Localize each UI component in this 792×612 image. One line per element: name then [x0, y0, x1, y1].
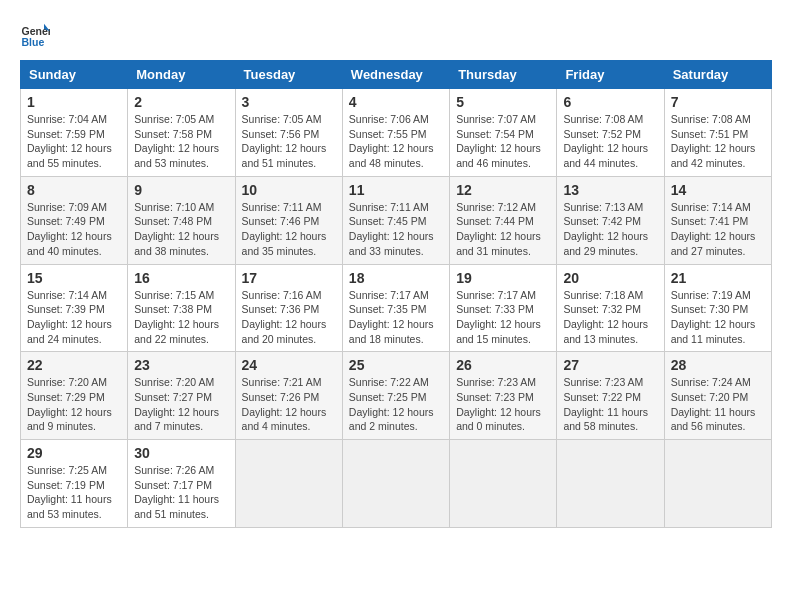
calendar-cell: 21 Sunrise: 7:19 AMSunset: 7:30 PMDaylig…	[664, 264, 771, 352]
calendar-cell: 7 Sunrise: 7:08 AMSunset: 7:51 PMDayligh…	[664, 89, 771, 177]
day-detail: Sunrise: 7:16 AMSunset: 7:36 PMDaylight:…	[242, 289, 327, 345]
day-detail: Sunrise: 7:26 AMSunset: 7:17 PMDaylight:…	[134, 464, 219, 520]
day-number: 6	[563, 94, 657, 110]
day-detail: Sunrise: 7:15 AMSunset: 7:38 PMDaylight:…	[134, 289, 219, 345]
day-number: 26	[456, 357, 550, 373]
calendar-cell: 12 Sunrise: 7:12 AMSunset: 7:44 PMDaylig…	[450, 176, 557, 264]
day-number: 21	[671, 270, 765, 286]
column-header-saturday: Saturday	[664, 61, 771, 89]
calendar-cell: 29 Sunrise: 7:25 AMSunset: 7:19 PMDaylig…	[21, 440, 128, 528]
calendar-cell: 30 Sunrise: 7:26 AMSunset: 7:17 PMDaylig…	[128, 440, 235, 528]
calendar-header-row: SundayMondayTuesdayWednesdayThursdayFrid…	[21, 61, 772, 89]
day-detail: Sunrise: 7:21 AMSunset: 7:26 PMDaylight:…	[242, 376, 327, 432]
calendar-cell: 18 Sunrise: 7:17 AMSunset: 7:35 PMDaylig…	[342, 264, 449, 352]
calendar-cell: 8 Sunrise: 7:09 AMSunset: 7:49 PMDayligh…	[21, 176, 128, 264]
day-detail: Sunrise: 7:19 AMSunset: 7:30 PMDaylight:…	[671, 289, 756, 345]
day-number: 20	[563, 270, 657, 286]
day-number: 27	[563, 357, 657, 373]
calendar-cell: 20 Sunrise: 7:18 AMSunset: 7:32 PMDaylig…	[557, 264, 664, 352]
day-detail: Sunrise: 7:17 AMSunset: 7:33 PMDaylight:…	[456, 289, 541, 345]
day-number: 11	[349, 182, 443, 198]
logo: General Blue	[20, 20, 50, 50]
day-detail: Sunrise: 7:13 AMSunset: 7:42 PMDaylight:…	[563, 201, 648, 257]
day-detail: Sunrise: 7:25 AMSunset: 7:19 PMDaylight:…	[27, 464, 112, 520]
day-detail: Sunrise: 7:04 AMSunset: 7:59 PMDaylight:…	[27, 113, 112, 169]
day-detail: Sunrise: 7:05 AMSunset: 7:56 PMDaylight:…	[242, 113, 327, 169]
day-detail: Sunrise: 7:23 AMSunset: 7:22 PMDaylight:…	[563, 376, 648, 432]
calendar-week-3: 15 Sunrise: 7:14 AMSunset: 7:39 PMDaylig…	[21, 264, 772, 352]
column-header-wednesday: Wednesday	[342, 61, 449, 89]
day-number: 23	[134, 357, 228, 373]
column-header-monday: Monday	[128, 61, 235, 89]
logo-icon: General Blue	[20, 20, 50, 50]
calendar-cell	[342, 440, 449, 528]
day-detail: Sunrise: 7:11 AMSunset: 7:45 PMDaylight:…	[349, 201, 434, 257]
calendar-cell: 19 Sunrise: 7:17 AMSunset: 7:33 PMDaylig…	[450, 264, 557, 352]
calendar-week-1: 1 Sunrise: 7:04 AMSunset: 7:59 PMDayligh…	[21, 89, 772, 177]
calendar-week-2: 8 Sunrise: 7:09 AMSunset: 7:49 PMDayligh…	[21, 176, 772, 264]
day-detail: Sunrise: 7:09 AMSunset: 7:49 PMDaylight:…	[27, 201, 112, 257]
day-detail: Sunrise: 7:05 AMSunset: 7:58 PMDaylight:…	[134, 113, 219, 169]
calendar-cell: 4 Sunrise: 7:06 AMSunset: 7:55 PMDayligh…	[342, 89, 449, 177]
day-detail: Sunrise: 7:14 AMSunset: 7:39 PMDaylight:…	[27, 289, 112, 345]
calendar-cell	[557, 440, 664, 528]
day-detail: Sunrise: 7:11 AMSunset: 7:46 PMDaylight:…	[242, 201, 327, 257]
svg-text:Blue: Blue	[22, 36, 45, 48]
calendar-cell: 10 Sunrise: 7:11 AMSunset: 7:46 PMDaylig…	[235, 176, 342, 264]
day-number: 9	[134, 182, 228, 198]
calendar-week-5: 29 Sunrise: 7:25 AMSunset: 7:19 PMDaylig…	[21, 440, 772, 528]
calendar-cell	[235, 440, 342, 528]
calendar-cell: 24 Sunrise: 7:21 AMSunset: 7:26 PMDaylig…	[235, 352, 342, 440]
day-number: 25	[349, 357, 443, 373]
day-number: 1	[27, 94, 121, 110]
day-number: 15	[27, 270, 121, 286]
calendar-cell: 15 Sunrise: 7:14 AMSunset: 7:39 PMDaylig…	[21, 264, 128, 352]
day-detail: Sunrise: 7:06 AMSunset: 7:55 PMDaylight:…	[349, 113, 434, 169]
day-detail: Sunrise: 7:23 AMSunset: 7:23 PMDaylight:…	[456, 376, 541, 432]
day-number: 13	[563, 182, 657, 198]
calendar-cell: 5 Sunrise: 7:07 AMSunset: 7:54 PMDayligh…	[450, 89, 557, 177]
day-number: 10	[242, 182, 336, 198]
calendar-cell	[664, 440, 771, 528]
day-number: 22	[27, 357, 121, 373]
calendar-cell: 3 Sunrise: 7:05 AMSunset: 7:56 PMDayligh…	[235, 89, 342, 177]
day-number: 29	[27, 445, 121, 461]
day-detail: Sunrise: 7:10 AMSunset: 7:48 PMDaylight:…	[134, 201, 219, 257]
day-detail: Sunrise: 7:18 AMSunset: 7:32 PMDaylight:…	[563, 289, 648, 345]
day-number: 17	[242, 270, 336, 286]
day-detail: Sunrise: 7:12 AMSunset: 7:44 PMDaylight:…	[456, 201, 541, 257]
day-number: 19	[456, 270, 550, 286]
calendar-week-4: 22 Sunrise: 7:20 AMSunset: 7:29 PMDaylig…	[21, 352, 772, 440]
column-header-thursday: Thursday	[450, 61, 557, 89]
day-number: 4	[349, 94, 443, 110]
calendar-cell: 25 Sunrise: 7:22 AMSunset: 7:25 PMDaylig…	[342, 352, 449, 440]
calendar-body: 1 Sunrise: 7:04 AMSunset: 7:59 PMDayligh…	[21, 89, 772, 528]
day-detail: Sunrise: 7:14 AMSunset: 7:41 PMDaylight:…	[671, 201, 756, 257]
day-detail: Sunrise: 7:22 AMSunset: 7:25 PMDaylight:…	[349, 376, 434, 432]
day-number: 16	[134, 270, 228, 286]
day-number: 30	[134, 445, 228, 461]
day-detail: Sunrise: 7:08 AMSunset: 7:51 PMDaylight:…	[671, 113, 756, 169]
day-number: 8	[27, 182, 121, 198]
day-number: 3	[242, 94, 336, 110]
calendar-cell: 9 Sunrise: 7:10 AMSunset: 7:48 PMDayligh…	[128, 176, 235, 264]
day-detail: Sunrise: 7:20 AMSunset: 7:29 PMDaylight:…	[27, 376, 112, 432]
day-detail: Sunrise: 7:17 AMSunset: 7:35 PMDaylight:…	[349, 289, 434, 345]
page-header: General Blue	[20, 20, 772, 50]
calendar-cell: 13 Sunrise: 7:13 AMSunset: 7:42 PMDaylig…	[557, 176, 664, 264]
day-number: 5	[456, 94, 550, 110]
day-number: 2	[134, 94, 228, 110]
calendar-cell: 16 Sunrise: 7:15 AMSunset: 7:38 PMDaylig…	[128, 264, 235, 352]
calendar-cell: 14 Sunrise: 7:14 AMSunset: 7:41 PMDaylig…	[664, 176, 771, 264]
calendar-cell: 28 Sunrise: 7:24 AMSunset: 7:20 PMDaylig…	[664, 352, 771, 440]
day-number: 18	[349, 270, 443, 286]
calendar-cell: 2 Sunrise: 7:05 AMSunset: 7:58 PMDayligh…	[128, 89, 235, 177]
calendar-cell	[450, 440, 557, 528]
day-detail: Sunrise: 7:24 AMSunset: 7:20 PMDaylight:…	[671, 376, 756, 432]
column-header-sunday: Sunday	[21, 61, 128, 89]
calendar-cell: 1 Sunrise: 7:04 AMSunset: 7:59 PMDayligh…	[21, 89, 128, 177]
day-number: 12	[456, 182, 550, 198]
day-number: 7	[671, 94, 765, 110]
day-number: 24	[242, 357, 336, 373]
calendar-cell: 22 Sunrise: 7:20 AMSunset: 7:29 PMDaylig…	[21, 352, 128, 440]
